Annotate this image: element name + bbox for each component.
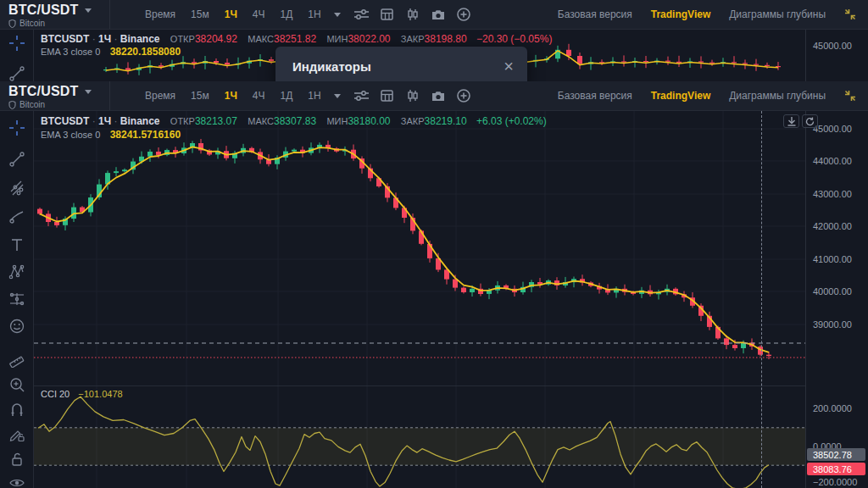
trend-line-tool-icon[interactable] (8, 151, 25, 168)
price-axis-label: 43000.00 (813, 189, 852, 199)
lock-tool-icon[interactable] (8, 451, 25, 468)
link-tradingview[interactable]: TradingView (651, 8, 710, 20)
chevron-down-icon (85, 8, 92, 13)
chevron-down-icon (85, 90, 92, 94)
cci-value: −101.0478 (78, 389, 122, 399)
interval-1h[interactable]: 1Ч (217, 90, 245, 102)
close-icon[interactable]: × (504, 58, 514, 75)
cci-canvas[interactable] (34, 385, 805, 488)
cci-label: CCI 20 (41, 389, 70, 399)
top-price-axis[interactable]: 45000.00 (805, 30, 868, 81)
xabcd-pattern-tool-icon[interactable] (8, 263, 25, 280)
symbol-title[interactable]: BTC/USDT (8, 3, 78, 18)
top-low-value: 38022.00 (348, 33, 390, 45)
drawing-sidebar (0, 111, 34, 488)
link-basic-version[interactable]: Базовая версия (558, 90, 632, 102)
interval-label: Время (137, 90, 183, 102)
magnet-tool-icon[interactable] (8, 402, 25, 419)
interval-4h[interactable]: 4Ч (245, 90, 273, 102)
camera-icon[interactable] (426, 9, 451, 20)
crosshair-tool-icon[interactable] (8, 35, 25, 52)
interval-15m[interactable]: 15м (183, 90, 217, 102)
interval-1h[interactable]: 1Ч (217, 8, 245, 20)
add-icon[interactable] (451, 8, 476, 21)
main-close-value: 38219.10 (425, 115, 467, 127)
brush-tool-icon[interactable] (8, 208, 25, 225)
chart-style-icon[interactable] (400, 8, 426, 21)
top-open-value: 38204.92 (195, 33, 237, 45)
forecast-tool-icon[interactable] (8, 291, 25, 308)
crosshair-tool-icon[interactable] (8, 119, 25, 136)
pane-divider[interactable] (34, 385, 805, 386)
main-open-value: 38213.07 (195, 115, 237, 127)
main-chart-section: BTC/USDT Bitcoin Время 15м 1Ч 4Ч 1Д 1Н (0, 81, 868, 488)
top-ema-value: 38220.1858080 (110, 46, 181, 58)
templates-icon[interactable] (375, 8, 400, 20)
interval-1w[interactable]: 1Н (300, 8, 328, 20)
top-change-value: −20.30 (−0.05%) (476, 33, 552, 45)
interval-1d[interactable]: 1Д (273, 90, 301, 102)
header-links: Базовая версия TradingView Диаграммы глу… (558, 81, 868, 110)
main-legend-interval: 1Ч (98, 115, 111, 127)
main-ema-value: 38241.5716160 (110, 129, 181, 141)
templates-icon[interactable] (375, 90, 400, 102)
price-axis-label: 42000.00 (813, 221, 852, 231)
add-icon[interactable] (451, 89, 476, 103)
chart-style-icon[interactable] (400, 90, 426, 103)
text-tool-icon[interactable] (8, 236, 25, 253)
top-chart-pane: BTCUSDT · 1Ч · Binance ОТКР38204.92 МАКС… (0, 30, 868, 81)
trading-app: BTC/USDT Bitcoin Время 15м 1Ч 4Ч 1Д 1Н (0, 0, 868, 488)
link-depth-charts[interactable]: Диаграммы глубины (729, 90, 826, 102)
candlestick-canvas[interactable] (34, 111, 805, 385)
top-header: BTC/USDT Bitcoin Время 15м 1Ч 4Ч 1Д 1Н (0, 0, 868, 30)
top-drawing-sidebar (0, 30, 34, 81)
main-ema-legend: EMA 3 close 0 38241.5716160 (41, 129, 181, 141)
indicators-icon[interactable] (349, 8, 375, 20)
zoom-in-tool-icon[interactable] (8, 376, 25, 393)
top-legend-interval: 1Ч (98, 33, 111, 45)
collapse-icon[interactable] (844, 90, 856, 102)
link-basic-version[interactable]: Базовая версия (558, 8, 632, 20)
top-close-value: 38198.80 (425, 33, 467, 45)
price-axis[interactable]: 38502.78 38083.76 45000.0044000.0043000.… (805, 111, 868, 488)
link-tradingview[interactable]: TradingView (651, 90, 710, 102)
price-axis-label: 40000.00 (813, 286, 852, 297)
price-axis-label: 45000.00 (813, 124, 852, 134)
indicators-icon[interactable] (349, 90, 375, 102)
camera-icon[interactable] (426, 91, 451, 102)
draw-lock-tool-icon[interactable] (8, 426, 25, 443)
cci-legend: CCI 20 −101.0478 (41, 389, 123, 399)
interval-1w[interactable]: 1Н (300, 90, 328, 102)
symbol-title[interactable]: BTC/USDT (8, 84, 78, 99)
symbol-subtitle: Bitcoin (19, 19, 45, 28)
collapse-icon[interactable] (844, 8, 856, 20)
main-low-value: 38180.00 (348, 115, 390, 127)
interval-1d[interactable]: 1Д (273, 8, 301, 20)
header-links: Базовая версия TradingView Диаграммы глу… (558, 0, 868, 29)
interval-more-icon[interactable] (334, 13, 341, 17)
top-chart-section: BTC/USDT Bitcoin Время 15м 1Ч 4Ч 1Д 1Н (0, 0, 868, 81)
eye-tool-icon[interactable] (8, 474, 25, 488)
measure-tool-icon[interactable] (8, 351, 25, 368)
link-depth-charts[interactable]: Диаграммы глубины (729, 8, 826, 20)
interval-15m[interactable]: 15м (183, 8, 217, 20)
price-axis-label: 39000.00 (813, 319, 852, 330)
main-chart-body: BTCUSDT · 1Ч · Binance ОТКР38213.07 МАКС… (0, 111, 868, 488)
fib-tool-icon[interactable] (8, 180, 25, 197)
indicators-modal: Индикаторы × (275, 47, 527, 81)
top-chart-legend: BTCUSDT · 1Ч · Binance ОТКР38204.92 МАКС… (41, 33, 552, 45)
interval-4h[interactable]: 4Ч (245, 8, 273, 20)
chart-wrap: BTCUSDT · 1Ч · Binance ОТКР38213.07 МАКС… (34, 111, 868, 488)
main-legend-exchange: Binance (120, 115, 160, 127)
interval-more-icon[interactable] (334, 94, 341, 98)
emoji-tool-icon[interactable] (8, 318, 25, 335)
trend-line-tool-icon[interactable] (8, 65, 25, 81)
main-header: BTC/USDT Bitcoin Время 15м 1Ч 4Ч 1Д 1Н (0, 81, 868, 111)
download-button[interactable] (783, 114, 799, 128)
top-legend-symbol: BTCUSDT (41, 33, 89, 45)
symbol-block[interactable]: BTC/USDT Bitcoin (0, 0, 110, 29)
top-axis-label: 45000.00 (813, 41, 852, 51)
reset-view-button[interactable] (802, 114, 818, 128)
symbol-block[interactable]: BTC/USDT Bitcoin (0, 81, 110, 110)
main-change-value: +6.03 (+0.02%) (476, 115, 547, 127)
